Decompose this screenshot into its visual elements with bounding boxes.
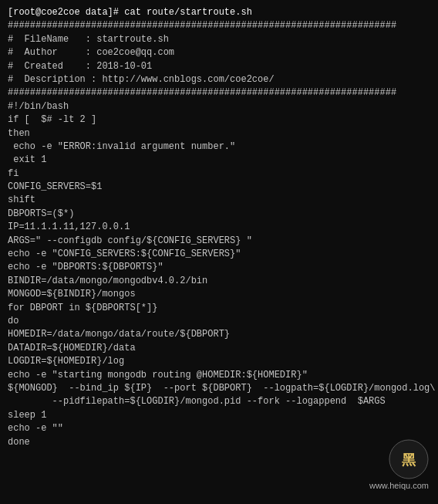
terminal-window: [root@coe2coe data]# cat route/startrout… — [0, 0, 438, 504]
code-line: LOGDIR=${HOMEDIR}/log — [8, 355, 430, 368]
code-line: BINDIR=/data/mongo/mongodbv4.0.2/bin — [8, 275, 430, 288]
code-line: --pidfilepath=${LOGDIR}/mongod.pid --for… — [8, 395, 430, 408]
code-line: for DBPORT in ${DBPORTS[*]} — [8, 302, 430, 315]
code-line: if [ $# -lt 2 ] — [8, 113, 430, 127]
code-line: [root@coe2coe data]# cat route/startrout… — [8, 6, 430, 19]
code-line: HOMEDIR=/data/mongo/data/route/${DBPORT} — [8, 328, 430, 341]
svg-text:黑: 黑 — [402, 452, 416, 468]
code-line: ########################################… — [8, 86, 430, 100]
code-line: # Description : http://www.cnblogs.com/c… — [8, 73, 430, 86]
code-line: CONFIG_SERVERS=$1 — [8, 181, 430, 194]
code-line: echo -e "starting mongodb routing @HOMED… — [8, 369, 430, 382]
code-line: do — [8, 315, 430, 328]
watermark-logo-icon: 黑 — [389, 439, 429, 479]
code-line: exit 1 — [8, 154, 430, 167]
code-line: DATADIR=${HOMEDIR}/data — [8, 342, 430, 355]
code-line: ${MONGOD} --bind_ip ${IP} --port ${DBPOR… — [8, 382, 430, 395]
code-line: done — [8, 436, 430, 449]
code-line: MONGOD=${BINDIR}/mongos — [8, 288, 430, 301]
code-line: then — [8, 127, 430, 140]
code-line: # Author : coe2coe@qq.com — [8, 46, 430, 59]
code-line: # Created : 2018-10-01 — [8, 60, 430, 73]
code-line: #!/bin/bash — [8, 100, 430, 113]
code-line: shift — [8, 194, 430, 207]
code-line: echo -e "" — [8, 422, 430, 435]
code-content: [root@coe2coe data]# cat route/startrout… — [8, 6, 430, 449]
code-line: echo -e "DBPORTS:${DBPORTS}" — [8, 261, 430, 274]
code-line: # FileName : startroute.sh — [8, 33, 430, 46]
code-line: IP=11.1.1.11,127.0.0.1 — [8, 221, 430, 234]
code-line: sleep 1 — [8, 409, 430, 422]
code-line: ARGS=" --configdb config/${CONFIG_SERVER… — [8, 235, 430, 248]
watermark-site-text: www.heiqu.com — [369, 481, 429, 490]
code-line: fi — [8, 167, 430, 181]
code-line: ########################################… — [8, 19, 430, 32]
code-line: echo -e "CONFIG_SERVERS:${CONFIG_SERVERS… — [8, 248, 430, 261]
watermark: 黑 www.heiqu.com — [369, 439, 429, 490]
code-line: echo -e "ERROR:invalid argument number." — [8, 140, 430, 154]
code-line: DBPORTS=($*) — [8, 208, 430, 221]
